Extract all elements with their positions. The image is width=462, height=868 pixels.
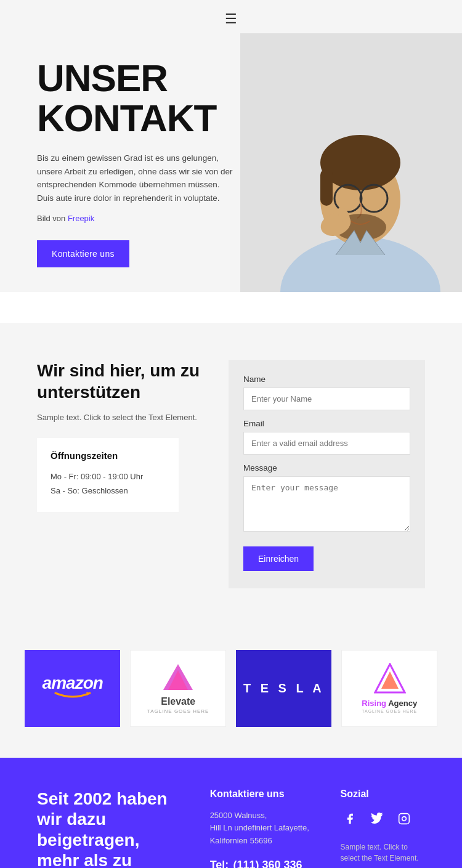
footer: Seit 2002 haben wir dazu beigetragen, me… bbox=[0, 758, 462, 868]
message-field-group: Message bbox=[243, 463, 410, 534]
email-label: Email bbox=[243, 419, 410, 428]
logos-section: amazon Elevate TAGLINE GOES HERE T E S L… bbox=[0, 625, 462, 758]
hamburger-icon[interactable]: ☰ bbox=[225, 11, 237, 27]
footer-tel-label: Tel: bbox=[210, 859, 229, 868]
contact-subtext: Sample text. Click to select the Text El… bbox=[37, 412, 204, 424]
message-label: Message bbox=[243, 463, 410, 473]
freepik-link[interactable]: Freepik bbox=[68, 214, 94, 223]
hero-text: UNSER KONTAKT Bis zu einem gewissen Grad… bbox=[37, 46, 425, 267]
tesla-wordmark: T E S L A bbox=[243, 681, 325, 696]
footer-address: 25000 Walnuss,Hill Ln undefiniert Lafaye… bbox=[210, 809, 316, 848]
footer-social-col: Sozial Sample text. Click to select the … bbox=[341, 789, 426, 864]
rising-name: Rising Agency bbox=[362, 699, 417, 708]
footer-right-note: Sample text. Click to select the Text El… bbox=[341, 842, 426, 864]
hero-description: Bis zu einem gewissen Grad ist es uns ge… bbox=[37, 152, 234, 205]
footer-social-title: Sozial bbox=[341, 789, 426, 800]
opening-hours-title: Öffnungszeiten bbox=[51, 450, 165, 461]
contact-form: Name Email Message Einreichen bbox=[229, 360, 425, 588]
contact-section: Wir sind hier, um zu unterstützen Sample… bbox=[0, 323, 462, 625]
contact-us-button[interactable]: Kontaktiere uns bbox=[37, 240, 129, 267]
hero-credit: Bild von Freepik bbox=[37, 214, 425, 223]
social-icons-row bbox=[341, 809, 426, 828]
contact-left: Wir sind hier, um zu unterstützen Sample… bbox=[37, 360, 204, 512]
opening-hours-box: Öffnungszeiten Mo - Fr: 09:00 - 19:00 Uh… bbox=[37, 438, 179, 512]
spacer bbox=[0, 292, 462, 323]
hero-content: UNSER KONTAKT Bis zu einem gewissen Grad… bbox=[0, 33, 462, 292]
contact-heading: Wir sind hier, um zu unterstützen bbox=[37, 360, 204, 403]
facebook-icon[interactable] bbox=[341, 809, 359, 828]
logo-tesla: T E S L A bbox=[236, 650, 331, 727]
rising-logo-wrap: Rising Agency TAGLINE GOES HERE bbox=[362, 663, 417, 713]
footer-contact-col: Kontaktiere uns 25000 Walnuss,Hill Ln un… bbox=[210, 789, 316, 868]
amazon-smile-icon bbox=[54, 691, 91, 704]
elevate-tagline: TAGLINE GOES HERE bbox=[147, 708, 209, 714]
name-field-group: Name bbox=[243, 375, 410, 410]
name-input[interactable] bbox=[243, 387, 410, 410]
footer-contact-title: Kontaktiere uns bbox=[210, 789, 316, 800]
svg-rect-17 bbox=[399, 813, 409, 824]
submit-button[interactable]: Einreichen bbox=[243, 546, 314, 571]
footer-left: Seit 2002 haben wir dazu beigetragen, me… bbox=[37, 789, 185, 868]
elevate-name: Elevate bbox=[161, 696, 195, 707]
email-input[interactable] bbox=[243, 432, 410, 455]
rising-icon bbox=[374, 663, 405, 694]
hero-section: ☰ UNSER KONTAKT Bis zu einem gewissen Gr… bbox=[0, 0, 462, 292]
opening-hours-line1: Mo - Fr: 09:00 - 19:00 Uhr bbox=[51, 469, 165, 484]
instagram-icon[interactable] bbox=[395, 809, 413, 828]
name-label: Name bbox=[243, 375, 410, 384]
elevate-logo-wrap: Elevate TAGLINE GOES HERE bbox=[147, 663, 209, 714]
footer-tel: Tel: (111) 360 336 663 bbox=[210, 859, 316, 868]
logo-rising-agency: Rising Agency TAGLINE GOES HERE bbox=[341, 650, 437, 727]
message-textarea[interactable] bbox=[243, 476, 410, 532]
logo-elevate: Elevate TAGLINE GOES HERE bbox=[130, 650, 226, 727]
nav-bar: ☰ bbox=[0, 0, 462, 33]
twitter-icon[interactable] bbox=[368, 809, 386, 828]
footer-heading: Seit 2002 haben wir dazu beigetragen, me… bbox=[37, 789, 185, 868]
hero-title: UNSER KONTAKT bbox=[37, 58, 425, 138]
logo-amazon: amazon bbox=[25, 650, 120, 727]
rising-tagline: TAGLINE GOES HERE bbox=[362, 709, 417, 713]
email-field-group: Email bbox=[243, 419, 410, 455]
opening-hours-line2: Sa - So: Geschlossen bbox=[51, 484, 165, 498]
